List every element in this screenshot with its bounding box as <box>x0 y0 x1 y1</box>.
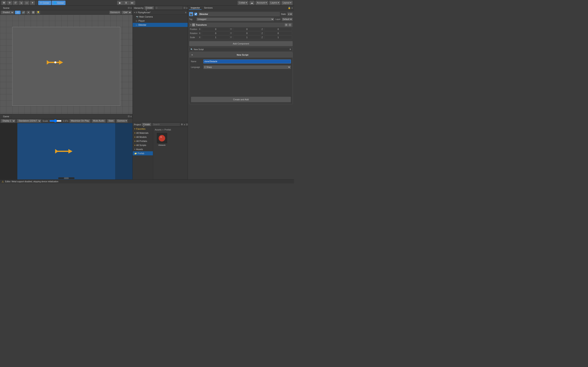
svg-point-7 <box>159 135 165 142</box>
favorites-header[interactable]: ▾ Favorites <box>133 127 153 131</box>
project-search[interactable] <box>152 123 180 126</box>
inspector-header: Inspector Services 🔒 ≡ <box>188 6 294 10</box>
all-select[interactable]: Q⊞All <box>121 11 132 14</box>
new-script-search[interactable]: 🔍 ✕ <box>189 47 293 52</box>
scl-x-input[interactable] <box>202 36 229 39</box>
hierarchy-search[interactable] <box>155 6 183 9</box>
scene-menu[interactable]: ≡ <box>185 11 186 14</box>
rot-z-input[interactable] <box>264 32 292 35</box>
scl-y-input[interactable] <box>233 36 261 39</box>
middle-panel: Hierarchy Create ▾ ⊡ ≡ ▾ # FlyingArrow* … <box>133 6 188 179</box>
display-select[interactable]: Display 1 <box>1 119 16 123</box>
favorites-prefabs[interactable]: ● All Prefabs <box>133 139 153 143</box>
play-btn[interactable]: ▶ <box>117 1 123 5</box>
ns-clear-btn[interactable]: ✕ <box>289 48 291 51</box>
hierarchy-create-btn[interactable]: Create ▾ <box>144 6 154 9</box>
gizmos-dropdown[interactable]: Gizmos ▾ <box>109 11 121 14</box>
inspector-lock-icon[interactable]: 🔒 <box>288 7 291 9</box>
mute-btn[interactable]: Mute Audio <box>92 119 106 123</box>
transform-title: Transform <box>196 24 284 26</box>
obj-active-checkbox[interactable] <box>194 13 197 16</box>
rotate-tool-btn[interactable]: ↺ <box>13 1 18 5</box>
step-btn[interactable]: ⏭ <box>129 1 135 5</box>
layout-dropdown[interactable]: Layout ▾ <box>281 1 293 5</box>
hierarchy-scene-header[interactable]: ▾ # FlyingArrow* ≡ <box>133 10 188 15</box>
favorites-models[interactable]: ● All Models <box>133 135 153 139</box>
camera-icon: 📷 <box>136 16 138 18</box>
2d-toggle[interactable]: 2D <box>15 11 21 14</box>
obstacle-asset[interactable]: Obstacle <box>155 133 169 146</box>
scripts-icon: ● <box>134 144 135 146</box>
game-maximize-icon[interactable]: ⊡ <box>128 115 130 118</box>
ns-back-btn[interactable]: ◄ <box>191 54 193 56</box>
lighting-btn[interactable]: 💡 <box>36 11 40 14</box>
tag-select[interactable]: Untagged <box>196 17 274 21</box>
rot-z-axis: Z <box>261 32 264 34</box>
transform-icon: ⤡ <box>192 24 195 26</box>
prefab-folder[interactable]: 📁 Prefab <box>133 151 153 155</box>
center-toggle[interactable]: ⊙ Center <box>38 1 51 5</box>
rot-x-input[interactable] <box>202 32 229 35</box>
account-dropdown[interactable]: Account ▾ <box>255 1 268 5</box>
hierarchy-menu-icon[interactable]: ≡ <box>186 7 187 9</box>
scene-tab[interactable]: Scene <box>1 6 12 10</box>
scl-z-input[interactable] <box>264 36 292 39</box>
scripts-label: All Scripts <box>136 144 146 146</box>
global-toggle[interactable]: 🌐 Global <box>52 1 66 5</box>
scale-slider[interactable] <box>49 119 62 123</box>
hierarchy-item-director[interactable]: ▷ Director <box>133 23 188 27</box>
maximize-icon[interactable]: ⊡ <box>128 7 130 9</box>
resolution-select[interactable]: Standalone (1024x768) <box>17 119 41 123</box>
collab-dropdown[interactable]: Collab ▾ <box>237 1 249 5</box>
project-settings-icon[interactable]: ⚙ <box>181 123 183 126</box>
project-create-btn[interactable]: Create ▾ <box>142 123 151 126</box>
ns-search-input[interactable] <box>194 48 288 50</box>
custom-tool-btn[interactable]: ✦ <box>30 1 35 5</box>
stats-btn[interactable]: Stats <box>107 119 115 123</box>
pos-x-input[interactable] <box>202 27 229 31</box>
inspector-menu-icon[interactable]: ≡ <box>292 7 293 9</box>
cloud-btn[interactable]: ☁ <box>249 1 255 5</box>
inspector-tab[interactable]: Inspector <box>189 6 201 10</box>
pos-y-input[interactable] <box>233 27 261 31</box>
shading-select[interactable]: Shaded <box>1 11 14 14</box>
rot-y-input[interactable] <box>233 32 261 35</box>
favorites-scripts[interactable]: ● All Scripts <box>133 143 153 147</box>
add-component-btn[interactable]: Add Component <box>189 41 293 46</box>
create-add-btn[interactable]: Create and Add <box>191 97 291 102</box>
hand-tool-btn[interactable]: ✥ <box>1 1 7 5</box>
game-tab[interactable]: Game <box>1 115 11 118</box>
inspector-obj-row: 🎬 Static ▾ <box>189 11 293 17</box>
obstacle-sphere-icon <box>158 134 166 142</box>
hierarchy-maximize-icon[interactable]: ⊡ <box>183 7 185 9</box>
scale-tool-btn[interactable]: ⇲ <box>18 1 24 5</box>
services-tab[interactable]: Services <box>202 6 214 10</box>
game-gizmos-dropdown[interactable]: Gizmos ▾ <box>116 119 128 123</box>
game-tab-label: Game <box>3 115 9 118</box>
move-tool-btn[interactable]: ✛ <box>7 1 12 5</box>
rect-tool-btn[interactable]: ▭ <box>24 1 29 5</box>
hierarchy-item-camera[interactable]: 📷 Main Camera <box>133 15 188 19</box>
project-maximize-icon[interactable]: ⊡ <box>186 123 188 126</box>
hierarchy-item-player[interactable]: ▷ Player <box>133 19 188 23</box>
transform-more-btn[interactable]: ≡ <box>288 23 292 26</box>
sky-btn[interactable]: 🖼 <box>31 11 35 14</box>
static-dropdown[interactable]: ▾ <box>287 12 293 16</box>
game-menu-icon[interactable]: ≡ <box>130 115 132 118</box>
layer-select[interactable]: Default <box>282 17 293 21</box>
transform-settings-btn[interactable]: ⚙ <box>285 23 288 26</box>
layers-dropdown[interactable]: Layers ▾ <box>269 1 281 5</box>
pause-btn[interactable]: ⏸ <box>123 1 129 5</box>
obj-name-input[interactable] <box>199 12 280 16</box>
maximize-play-btn[interactable]: Maximize On Play <box>69 119 90 123</box>
audio-btn[interactable]: 🔊 <box>21 11 26 14</box>
ns-name-input[interactable] <box>203 59 291 63</box>
fx-btn[interactable]: ✦ <box>26 11 30 14</box>
assets-header[interactable]: ▾ Assets <box>133 147 153 151</box>
pos-z-input[interactable] <box>264 27 292 31</box>
project-menu-icon[interactable]: ≡ <box>184 123 185 126</box>
ns-lang-select[interactable]: C Sharp <box>203 65 291 69</box>
menu-icon[interactable]: ≡ <box>130 7 132 9</box>
transform-header[interactable]: ▾ ⤡ Transform ⚙ ≡ <box>189 23 293 27</box>
favorites-materials[interactable]: ● All Materials <box>133 131 153 135</box>
